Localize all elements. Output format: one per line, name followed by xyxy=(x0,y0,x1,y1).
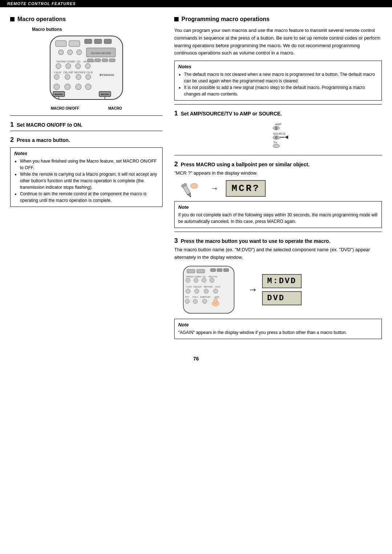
amp-svg: AMP SOURCE TV xyxy=(260,121,296,150)
svg-point-87 xyxy=(214,298,217,304)
svg-rect-49 xyxy=(273,144,279,148)
svg-text:CD-R: CD-R xyxy=(86,71,93,74)
step1-divider xyxy=(10,115,163,116)
svg-text:⊕YAMAHA: ⊕YAMAHA xyxy=(99,73,114,77)
remote-small-svg: PHONO TUNER CD MULTI.IN Y-AUX CBL/SAT MD… xyxy=(174,264,243,315)
svg-point-47 xyxy=(275,136,278,139)
svg-rect-60 xyxy=(211,269,216,272)
step1-heading: 1 Set MACRO ON/OFF to ON. xyxy=(10,121,163,129)
macro-labels: MACRO ON/OFF MACRO xyxy=(10,106,163,110)
svg-text:DVB/VCR2: DVB/VCR2 xyxy=(200,296,211,298)
svg-text:MACRO: MACRO xyxy=(101,93,109,95)
display2: DVD xyxy=(262,291,302,305)
step2-num: 2 xyxy=(10,136,14,144)
svg-rect-2 xyxy=(69,41,80,46)
svg-text:MD/TAPE: MD/TAPE xyxy=(74,71,86,74)
left-notes-list: When you have finished using the Macro f… xyxy=(14,158,159,204)
step3-arrow-icon: → xyxy=(248,284,258,296)
svg-point-77 xyxy=(204,289,208,293)
right-step1-num: 1 xyxy=(174,110,178,117)
step2-note-box: Note If you do not complete each of the … xyxy=(174,201,382,228)
svg-text:TUNER: TUNER xyxy=(194,276,201,278)
svg-text:SOURCE: SOURCE xyxy=(273,132,285,135)
svg-rect-3 xyxy=(85,39,92,44)
svg-point-28 xyxy=(65,74,70,80)
arrow-icon: → xyxy=(211,184,219,193)
header-bar: REMOTE CONTROL FEATURES xyxy=(0,0,392,7)
pen-svg xyxy=(174,179,203,197)
svg-point-16 xyxy=(66,64,71,69)
remote-svg: CD DVD HD DVD PHONO TUNER CD MULTI.IN Y-… xyxy=(28,34,144,105)
step2-text: Press a macro button. xyxy=(17,137,70,143)
svg-point-18 xyxy=(85,64,90,69)
svg-text:CBL/SAT: CBL/SAT xyxy=(193,286,202,288)
bullet-icon xyxy=(10,17,15,21)
right-notes-title: Notes xyxy=(178,64,378,69)
svg-rect-19 xyxy=(87,59,93,62)
svg-text:CBL/SAT: CBL/SAT xyxy=(63,71,74,74)
left-notes-title: Notes xyxy=(14,151,159,156)
right-step1-heading: 1 Set AMP/SOURCE/TV to AMP or SOURCE. xyxy=(174,110,382,117)
svg-point-78 xyxy=(213,289,218,293)
svg-text:TV: TV xyxy=(273,141,277,144)
svg-point-15 xyxy=(56,64,61,69)
left-heading-text: Macro operations xyxy=(17,16,66,23)
svg-point-32 xyxy=(54,84,60,90)
svg-point-83 xyxy=(185,299,189,304)
mcr-display: MCR? xyxy=(226,180,266,197)
svg-point-6 xyxy=(58,50,64,55)
right-step3-divider xyxy=(174,232,382,232)
svg-text:DTV: DTV xyxy=(185,296,189,298)
svg-point-76 xyxy=(195,289,199,293)
svg-point-34 xyxy=(75,84,81,90)
step1-text: Set MACRO ON/OFF to ON. xyxy=(17,122,82,128)
svg-point-85 xyxy=(203,299,207,304)
svg-rect-5 xyxy=(104,39,111,44)
right-notes-box: Notes The default macro is not cleared w… xyxy=(174,61,382,101)
left-column: Macro operations Macro buttons CD xyxy=(10,16,163,343)
svg-marker-50 xyxy=(285,135,288,139)
svg-rect-20 xyxy=(95,59,101,62)
right-step1-text: Set AMP/SOURCE/TV to AMP or SOURCE. xyxy=(181,111,282,117)
svg-point-7 xyxy=(68,50,73,55)
svg-text:Y-AUX: Y-AUX xyxy=(186,286,192,288)
left-section-heading: Macro operations xyxy=(10,16,163,23)
svg-text:Y-AUX: Y-AUX xyxy=(54,71,61,74)
svg-rect-4 xyxy=(94,39,102,44)
amp-diagram: AMP SOURCE TV xyxy=(174,121,382,150)
svg-text:PHONO: PHONO xyxy=(57,60,66,63)
svg-rect-61 xyxy=(217,269,222,272)
svg-text:MACRO: MACRO xyxy=(55,93,63,95)
right-step3-heading: 3 Press the macro button you want to use… xyxy=(174,237,382,245)
svg-point-69 xyxy=(202,278,206,282)
step1-num: 1 xyxy=(10,121,14,129)
left-notes-box: Notes When you have finished using the M… xyxy=(10,147,163,207)
svg-point-27 xyxy=(54,74,59,80)
macro-label: MACRO xyxy=(108,106,122,110)
right-step1-divider xyxy=(174,104,382,105)
step3-note-title: Note xyxy=(178,322,378,327)
left-note-item-3: Continue to aim the remote control at th… xyxy=(20,191,159,204)
svg-rect-57 xyxy=(183,266,234,313)
svg-rect-62 xyxy=(224,269,229,272)
svg-point-68 xyxy=(194,278,198,282)
svg-text:CD DVD HD DVD: CD DVD HD DVD xyxy=(91,52,111,54)
svg-text:MULTI.IN: MULTI.IN xyxy=(209,276,217,278)
display1: M:DVD xyxy=(262,274,302,288)
svg-point-75 xyxy=(186,289,190,293)
svg-point-29 xyxy=(76,74,81,80)
right-step3-num: 3 xyxy=(174,237,178,245)
svg-rect-58 xyxy=(187,269,195,273)
macro-on-off-label: MACRO ON/OFF xyxy=(51,106,79,110)
macro-buttons-label: Macro buttons xyxy=(32,27,163,32)
svg-text:MD/TAPE: MD/TAPE xyxy=(204,286,213,288)
main-content: Macro operations Macro buttons CD xyxy=(0,7,392,350)
step2-divider xyxy=(10,131,163,131)
svg-point-33 xyxy=(65,84,70,90)
svg-rect-21 xyxy=(102,59,108,62)
remote-diagram: CD DVD HD DVD PHONO TUNER CD MULTI.IN Y-… xyxy=(10,34,163,105)
right-section-heading: Programming macro operations xyxy=(174,16,382,23)
right-step3-heading-text: Press the macro button you want to use t… xyxy=(181,238,330,244)
svg-rect-1 xyxy=(56,41,66,46)
right-heading-text: Programming macro operations xyxy=(181,16,270,23)
